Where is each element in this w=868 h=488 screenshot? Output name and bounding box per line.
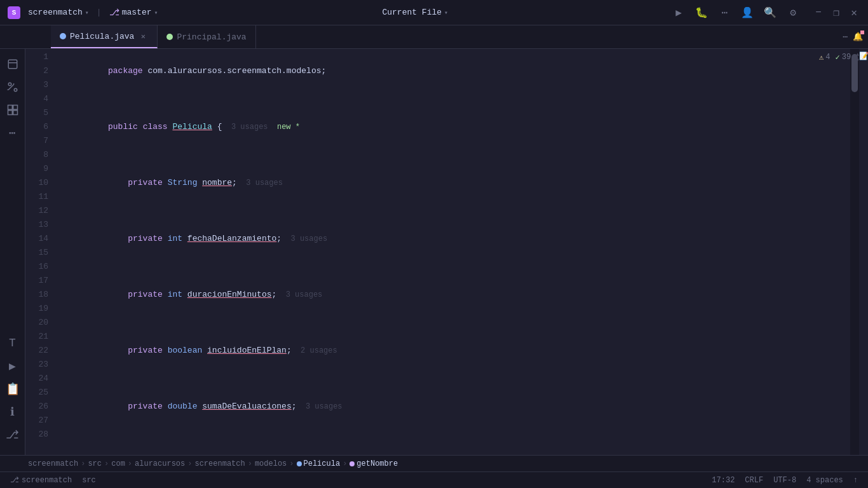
ok-badge[interactable]: ✓ 39 [836,53,851,62]
bc-aluracursos[interactable]: aluracursos [135,459,185,468]
branch-selector[interactable]: ⎇ master ▾ [109,7,158,18]
status-line-ending[interactable]: CRLF [742,476,766,485]
svg-rect-0 [8,60,17,69]
code-line-7: private int fechaDeLanzamiento; 3 usages [58,218,850,260]
svg-rect-4 [8,105,12,110]
tab-more-icon[interactable]: ⋯ [843,32,848,42]
activity-git[interactable] [3,77,23,97]
status-src[interactable]: src [79,476,98,485]
tab-principal[interactable]: Principal.java [158,25,255,48]
bc-getname: getNombre [356,459,398,468]
code-line-3: public class Pelicula { 3 usages new * [58,106,850,148]
bc-screenmatch[interactable]: screenmatch [28,459,78,468]
tab-label-pelicula: Pelicula.java [70,32,134,41]
status-git[interactable]: ⎇ screenmatch [8,475,74,485]
activity-files[interactable] [3,54,23,74]
up-arrow: ▲ [856,51,859,57]
tab-pelicula[interactable]: Pelicula.java ✕ [51,25,158,48]
scrollbar-right[interactable] [850,49,859,455]
code-line-5: private String nombre; 3 usages [58,162,850,204]
status-crlf: CRLF [745,476,763,485]
code-line-6 [58,204,850,218]
right-gutter: 📝 [859,49,868,455]
tab-close-pelicula[interactable]: ✕ [138,31,148,41]
app-name[interactable]: screenmatch ▾ [28,8,89,17]
code-line-8 [58,260,850,274]
activity-git2[interactable]: ⎇ [3,424,23,445]
bc-pelicula-item[interactable]: Pelicula [297,459,341,468]
code-line-13: private double sumaDeEvaluaciones; 3 usa… [58,386,850,428]
bc-sep-2: › [104,459,109,468]
activity-info[interactable]: ℹ [3,402,23,422]
code-line-9: private int duracionEnMinutos; 3 usages [58,274,850,316]
svg-rect-7 [13,111,17,115]
settings-button[interactable]: ⚙ [787,6,799,19]
tab-end [256,25,838,48]
bc-com[interactable]: com [111,459,125,468]
bc-pelicula: Pelicula [304,459,341,468]
bc-src[interactable]: src [88,459,102,468]
warning-count: 4 [825,53,830,62]
close-button[interactable]: ✕ [848,6,860,19]
bc-sep-3: › [128,459,132,468]
run-button[interactable]: ▶ [672,6,685,19]
status-indent[interactable]: 4 spaces [804,476,846,485]
activity-bar: ⋯ T ▶ 📋 ℹ ⎇ [0,49,25,455]
annotation-icon[interactable]: 📝 [859,51,869,61]
code-line-2 [58,92,850,106]
status-sync[interactable]: ↑ [851,476,860,485]
bc-sep-7: › [342,459,347,468]
bc-sep-4: › [187,459,192,468]
svg-rect-6 [8,111,12,115]
title-center: Current File ▾ [166,8,665,17]
title-bar: S screenmatch ▾ | ⎇ master ▾ Current Fil… [0,0,868,25]
bc-sep-1: › [81,459,85,468]
activity-more[interactable]: ⋯ [3,123,23,143]
bc-sep-6: › [289,459,294,468]
check-icon: ✓ [836,53,840,62]
editor-wrapper: ⚠ 4 ✓ 39 ▲ ▼ 1 2 3 4 5 6 7 8 9 [25,49,868,455]
warning-icon: ⚠ [819,53,824,62]
code-line-11: private boolean incluidoEnElPlan; 2 usag… [58,330,850,372]
debug-button[interactable]: 🐛 [695,6,708,19]
breadcrumb: screenmatch › src › com › aluracursos › … [0,455,868,471]
status-line-col[interactable]: 17:32 [709,476,737,485]
code-line-10 [58,316,850,330]
main-area: ⋯ T ▶ 📋 ℹ ⎇ ⚠ 4 ✓ 39 ▲ ▼ [0,49,868,455]
line-nav-arrows[interactable]: ▲ ▼ [856,51,859,63]
search-button[interactable]: 🔍 [764,6,776,19]
status-sync-icon: ↑ [853,476,858,485]
tab-dot-principal [166,34,173,40]
code-line-15: private int totalDeEvaluaciones; 3 usage… [58,442,850,455]
bc-screenmatch2[interactable]: screenmatch [194,459,245,468]
tab-label-principal: Principal.java [177,32,246,42]
bc-sep-5: › [248,459,252,468]
notification-bell[interactable]: 🔔 [853,32,863,42]
code-line-1: package com.aluracursos.screenmatch.mode… [58,50,850,92]
status-spaces: 4 spaces [806,476,843,485]
activity-run2[interactable]: ▶ [3,356,23,376]
tab-dot-pelicula [60,33,66,39]
activity-tasks[interactable]: 📋 [3,379,23,399]
editor-top-right: ⚠ 4 ✓ 39 ▲ ▼ [819,51,859,63]
activity-text[interactable]: T [3,333,23,353]
activity-plugins[interactable] [3,100,23,120]
code-content[interactable]: package com.aluracursos.screenmatch.mode… [53,49,850,455]
bc-getname-item[interactable]: getNombre [349,459,398,468]
editor-area[interactable]: 1 2 3 4 5 6 7 8 9 10 11 12 13 14 15 16 1… [25,49,868,455]
more-button[interactable]: ⋯ [718,6,731,19]
svg-point-2 [14,88,17,92]
minimize-button[interactable]: − [812,6,825,19]
svg-point-3 [8,83,11,86]
status-utf8: UTF-8 [773,476,796,485]
maximize-button[interactable]: ❐ [830,6,843,19]
collab-button[interactable]: 👤 [741,6,754,19]
status-line-col-label: 17:32 [712,476,735,485]
current-file-button[interactable]: Current File ▾ [382,8,448,17]
status-encoding[interactable]: UTF-8 [771,476,799,485]
line-numbers: 1 2 3 4 5 6 7 8 9 10 11 12 13 14 15 16 1… [25,49,53,455]
bc-modelos[interactable]: modelos [255,459,287,468]
warning-badge[interactable]: ⚠ 4 [819,53,830,62]
status-git-icon: ⎇ [10,475,19,485]
down-arrow: ▼ [856,57,859,63]
